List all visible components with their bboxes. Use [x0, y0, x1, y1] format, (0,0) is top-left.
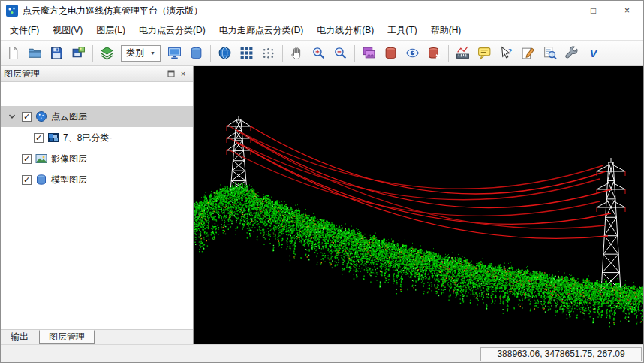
menu-help[interactable]: 帮助(H)	[424, 21, 468, 40]
minimize-button[interactable]: —	[543, 0, 576, 21]
coordinate-readout: 388963.06, 3478651.75, 267.09	[480, 347, 642, 361]
save-button[interactable]	[47, 44, 67, 63]
menu-file[interactable]: 文件(F)	[3, 21, 46, 40]
maximize-button[interactable]: □	[576, 0, 610, 21]
grid-view-button[interactable]	[236, 44, 257, 63]
close-button[interactable]: ×	[610, 0, 644, 21]
open-folder-icon	[28, 46, 42, 60]
annotation-button[interactable]	[474, 44, 495, 63]
globe-icon	[218, 46, 232, 60]
category-dropdown-label: 类别	[126, 47, 144, 59]
new-file-icon	[6, 46, 20, 60]
wrench-icon	[564, 46, 579, 60]
new-file-button[interactable]	[3, 44, 23, 63]
menu-power-pointcloud-classify[interactable]: 电力点云分类(D)	[132, 21, 212, 40]
category-dropdown[interactable]: 类别 ▼	[121, 45, 161, 62]
toolbar-separator	[210, 45, 211, 62]
search-document-button[interactable]	[540, 44, 560, 63]
globe-button[interactable]	[215, 44, 235, 63]
save-icon	[50, 46, 64, 60]
float-panel-button[interactable]	[165, 68, 177, 80]
float-panel-icon	[167, 70, 175, 77]
red-database-remove-icon	[427, 46, 441, 60]
dock-tab-bar: 输出 图层管理	[0, 330, 193, 344]
zoom-in-button[interactable]	[308, 44, 329, 63]
monitor-icon	[167, 46, 182, 60]
menu-layer[interactable]: 图层(L)	[89, 21, 132, 40]
red-database-icon	[384, 46, 398, 60]
main-area: 图层管理 × ✓ 点云图层 ✓ 7、8已分类-	[0, 66, 644, 344]
context-help-button[interactable]: ?	[496, 44, 516, 63]
measure-button[interactable]	[453, 44, 473, 63]
tab-layer-manager[interactable]: 图层管理	[39, 330, 95, 344]
image-stack-button[interactable]	[359, 44, 379, 63]
visibility-button[interactable]	[402, 44, 423, 63]
toolbar: 类别 ▼ ? V	[0, 41, 644, 66]
v-logo-icon: V	[589, 47, 597, 59]
close-panel-button[interactable]: ×	[177, 68, 189, 80]
menu-bar: 文件(F) 视图(V) 图层(L) 电力点云分类(D) 电力走廊点云分类(D) …	[0, 21, 644, 41]
tree-item-point-cloud-layer[interactable]: ✓ 点云图层	[0, 106, 193, 127]
pan-hand-icon	[290, 46, 304, 60]
zoom-out-button[interactable]	[330, 44, 351, 63]
menu-tools[interactable]: 工具(T)	[381, 21, 423, 40]
classified-dataset-icon	[47, 132, 59, 144]
zoom-in-icon	[311, 46, 326, 60]
display-settings-button[interactable]	[164, 44, 185, 63]
app-window: 点云魔方之电力巡线仿真管理平台（演示版） — □ × 文件(F) 视图(V) 图…	[0, 0, 644, 363]
eye-icon	[405, 46, 420, 60]
edit-button[interactable]	[518, 44, 538, 63]
layer-label: 模型图层	[51, 174, 87, 186]
svg-text:?: ?	[508, 47, 513, 55]
title-bar: 点云魔方之电力巡线仿真管理平台（演示版） — □ ×	[0, 0, 644, 21]
classified-78-checkbox[interactable]: ✓	[34, 133, 44, 143]
save-image-icon	[71, 46, 86, 60]
toolbar-separator	[282, 45, 283, 62]
menu-power-corridor-classify[interactable]: 电力走廊点云分类(D)	[212, 21, 311, 40]
help-cursor-icon: ?	[499, 46, 513, 60]
edit-pencil-icon	[521, 46, 535, 60]
expand-arrow-icon[interactable]	[6, 113, 18, 120]
menu-powerline-analysis[interactable]: 电力线分析(B)	[310, 21, 381, 40]
tools-wrench-button[interactable]	[561, 44, 582, 63]
tree-item-model-layer[interactable]: ✓ 模型图层	[0, 169, 193, 190]
measure-icon	[456, 46, 470, 60]
open-file-button[interactable]	[25, 44, 45, 63]
toolbar-separator	[354, 45, 355, 62]
point-grid-icon	[261, 46, 275, 60]
tab-output[interactable]: 输出	[2, 330, 38, 344]
point-grid-button[interactable]	[258, 44, 278, 63]
red-database-remove-button[interactable]	[424, 44, 444, 63]
point-cloud-layer-icon	[35, 110, 47, 123]
tree-item-classified-78[interactable]: ✓ 7、8已分类-	[0, 127, 193, 148]
classification-layers-button[interactable]	[97, 44, 117, 63]
tree-item-image-layer[interactable]: ✓ 影像图层	[0, 148, 193, 169]
image-stack-icon	[362, 46, 376, 60]
toolbar-separator	[92, 45, 93, 62]
zoom-out-icon	[333, 46, 348, 60]
classification-layers-icon	[100, 46, 114, 60]
toolbar-separator	[448, 45, 449, 62]
panel-header: 图层管理 ×	[0, 66, 193, 82]
model-layer-icon	[35, 174, 47, 186]
save-image-button[interactable]	[68, 44, 89, 63]
image-layer-checkbox[interactable]: ✓	[22, 154, 32, 164]
database-button[interactable]	[186, 44, 206, 63]
viewport-3d[interactable]	[194, 66, 644, 344]
point-cloud-layer-checkbox[interactable]: ✓	[22, 112, 32, 122]
chevron-down-icon: ▼	[150, 50, 155, 56]
model-layer-checkbox[interactable]: ✓	[22, 175, 32, 185]
viewport-container	[194, 66, 644, 344]
menu-view[interactable]: 视图(V)	[46, 21, 89, 40]
window-title: 点云魔方之电力巡线仿真管理平台（演示版）	[23, 5, 203, 17]
layer-manager-panel: 图层管理 × ✓ 点云图层 ✓ 7、8已分类-	[0, 66, 194, 344]
pan-button[interactable]	[287, 44, 307, 63]
image-layer-icon	[35, 153, 47, 165]
layer-label: 点云图层	[51, 110, 87, 123]
grid-icon	[239, 46, 254, 60]
search-document-icon	[543, 46, 557, 60]
red-database-button[interactable]	[381, 44, 401, 63]
app-icon	[6, 5, 18, 17]
version-button[interactable]: V	[583, 44, 603, 63]
database-icon	[189, 46, 203, 60]
